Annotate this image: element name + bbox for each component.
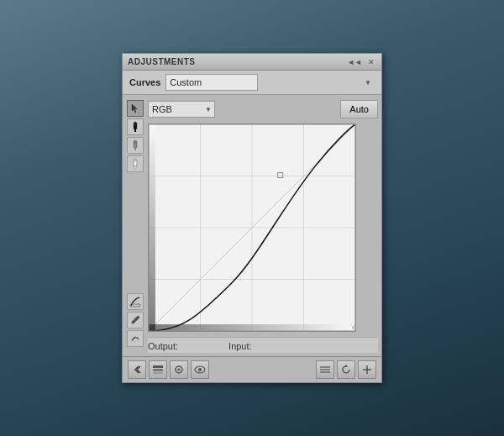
channel-select-wrapper: RGB Red Green Blue bbox=[148, 101, 215, 118]
svg-rect-22 bbox=[149, 324, 355, 331]
channel-select[interactable]: RGB Red Green Blue bbox=[148, 101, 215, 118]
eyedropper-black-tool[interactable] bbox=[127, 118, 144, 135]
footer-reset-button[interactable] bbox=[337, 360, 355, 379]
io-row: Output: Input: bbox=[148, 337, 378, 353]
curve-mode-icon bbox=[129, 296, 141, 307]
svg-point-29 bbox=[178, 369, 181, 371]
back-icon bbox=[132, 365, 142, 375]
svg-rect-4 bbox=[134, 148, 136, 150]
svg-rect-21 bbox=[149, 124, 155, 331]
layers-icon bbox=[152, 365, 164, 375]
left-tools bbox=[126, 98, 144, 353]
svg-point-31 bbox=[198, 368, 202, 371]
footer-menu-button[interactable] bbox=[316, 360, 334, 379]
svg-point-5 bbox=[134, 140, 137, 143]
panel-body: RGB Red Green Blue Auto bbox=[123, 95, 381, 356]
eyedropper-white-tool[interactable] bbox=[127, 155, 144, 172]
svg-rect-27 bbox=[153, 372, 163, 374]
add-adjustment-icon bbox=[362, 365, 372, 375]
menu-icon bbox=[320, 365, 330, 374]
footer-layers-button[interactable] bbox=[149, 360, 167, 379]
properties-icon bbox=[174, 365, 184, 375]
eye-icon bbox=[194, 365, 206, 374]
curves-canvas[interactable] bbox=[148, 123, 356, 332]
svg-rect-7 bbox=[134, 166, 136, 169]
auto-button[interactable]: Auto bbox=[340, 100, 378, 118]
panel-controls: ◄◄ ✕ bbox=[345, 58, 376, 66]
svg-point-2 bbox=[134, 122, 137, 124]
collapse-icon[interactable]: ◄◄ bbox=[345, 58, 364, 66]
preset-select-wrapper: Custom Default Strong Contrast Linear Co… bbox=[165, 74, 375, 91]
reset-icon bbox=[341, 365, 351, 375]
panel-footer bbox=[123, 356, 381, 382]
pencil-tool[interactable] bbox=[127, 312, 144, 328]
panel-titlebar: ADJUSTMENTS ◄◄ ✕ bbox=[123, 54, 381, 71]
footer-back-button[interactable] bbox=[128, 360, 146, 379]
output-label: Output: bbox=[148, 341, 178, 351]
footer-left-tools bbox=[128, 360, 209, 379]
smooth-tool[interactable] bbox=[127, 330, 144, 347]
footer-right-tools bbox=[316, 360, 376, 379]
input-label: Input: bbox=[228, 341, 252, 351]
footer-eye-button[interactable] bbox=[191, 360, 209, 379]
pointer-tool[interactable] bbox=[127, 100, 144, 117]
channel-row: RGB Red Green Blue Auto bbox=[148, 98, 378, 120]
curves-graph-container[interactable] bbox=[148, 123, 378, 332]
svg-rect-1 bbox=[134, 129, 136, 132]
curves-header: Curves Custom Default Strong Contrast Li… bbox=[123, 71, 381, 95]
close-icon[interactable]: ✕ bbox=[366, 58, 376, 66]
svg-point-8 bbox=[134, 159, 137, 161]
preset-select[interactable]: Custom Default Strong Contrast Linear Co… bbox=[165, 74, 258, 91]
adjustments-panel: ADJUSTMENTS ◄◄ ✕ Curves Custom Default S… bbox=[122, 53, 382, 383]
eyedropper-gray-tool[interactable] bbox=[127, 137, 144, 154]
main-area: RGB Red Green Blue Auto bbox=[148, 98, 378, 353]
eyedropper-black-icon bbox=[130, 121, 140, 133]
panel-title: ADJUSTMENTS bbox=[128, 57, 196, 66]
curve-mode-tool[interactable] bbox=[127, 293, 144, 310]
pointer-icon bbox=[130, 102, 140, 114]
svg-rect-25 bbox=[153, 365, 163, 368]
curves-label: Curves bbox=[129, 77, 160, 87]
footer-properties-button[interactable] bbox=[170, 360, 188, 379]
footer-add-button[interactable] bbox=[358, 360, 376, 379]
eyedropper-white-icon bbox=[130, 158, 140, 170]
pencil-icon bbox=[130, 314, 140, 326]
svg-rect-26 bbox=[153, 369, 163, 371]
eyedropper-gray-icon bbox=[130, 139, 140, 151]
smooth-icon bbox=[130, 333, 140, 344]
